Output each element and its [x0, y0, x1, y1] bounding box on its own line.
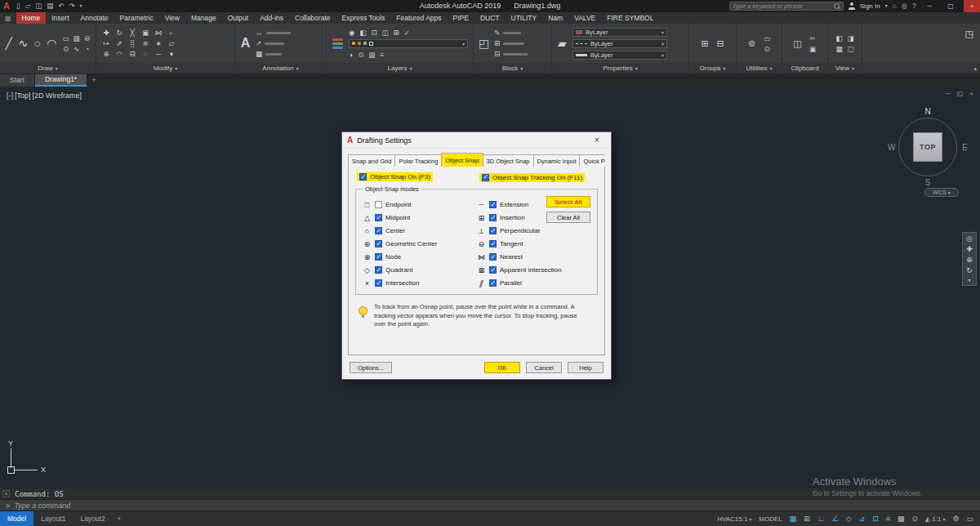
pan-icon[interactable]: ✚: [966, 246, 973, 253]
ribbon-tab-parametric[interactable]: Parametric: [114, 12, 159, 24]
zoom-icon[interactable]: ⊕: [966, 256, 973, 264]
join-tool[interactable]: ⊕: [103, 50, 109, 58]
options-button[interactable]: Options...: [350, 362, 392, 373]
linetype-dropdown[interactable]: ByLayer ▾: [572, 39, 667, 48]
snap-toggle-icon[interactable]: ⊞: [804, 515, 810, 523]
rectangle-tool[interactable]: ▭: [62, 34, 69, 42]
otrack-toggle-icon[interactable]: ⊿: [859, 515, 866, 523]
array-tool[interactable]: ⣿: [130, 39, 135, 47]
transparency-toggle-icon[interactable]: ▩: [898, 515, 905, 523]
match-properties-tool[interactable]: ▰: [555, 29, 569, 58]
region-tool[interactable]: ◔: [85, 45, 89, 53]
ribbon-tab-express-tools[interactable]: Express Tools: [336, 12, 390, 24]
explode-tool[interactable]: ∗: [155, 39, 161, 47]
paste-tool[interactable]: ◫: [791, 38, 804, 50]
viewport-visual-style-control[interactable]: [2D Wireframe]: [33, 91, 82, 100]
search-input[interactable]: Type a keyword or phrase: [729, 2, 844, 11]
table-tool[interactable]: ▦: [256, 50, 262, 58]
new-file-icon[interactable]: ▯: [16, 0, 20, 12]
switch-windows-icon[interactable]: ◳: [965, 29, 973, 39]
panel-label-block[interactable]: Block▾: [474, 63, 551, 74]
dialog-tab-polar-tracking[interactable]: Polar Tracking: [394, 154, 442, 167]
leader-tool[interactable]: ↗: [256, 39, 261, 47]
qat-dropdown-icon[interactable]: ▾: [80, 0, 82, 12]
viewcube-west[interactable]: W: [888, 143, 895, 152]
arc-tool[interactable]: ◠: [47, 29, 58, 58]
undo-icon[interactable]: ↶: [58, 0, 64, 12]
new-drawing-button[interactable]: +: [87, 74, 100, 87]
edit-block-tool[interactable]: ✎: [494, 29, 500, 37]
point-tool[interactable]: ⊙: [63, 45, 69, 53]
lengthen-tool[interactable]: ─: [156, 50, 161, 58]
nearest-checkbox[interactable]: [489, 253, 497, 261]
modify-more-icon[interactable]: ▾: [170, 50, 173, 58]
break-tool[interactable]: ⊟: [129, 50, 135, 58]
close-button[interactable]: ×: [964, 0, 980, 12]
copy-clip-tool[interactable]: ▣: [809, 45, 816, 53]
offset-tool[interactable]: ≋: [142, 39, 148, 47]
ribbon-tab-valve[interactable]: VALVE: [568, 12, 601, 24]
quadrant-checkbox[interactable]: [375, 266, 382, 274]
spline-tool[interactable]: ∿: [74, 45, 79, 53]
ribbon-tab-view[interactable]: View: [159, 12, 185, 24]
lineweight-dropdown[interactable]: ByLayer ▾: [572, 51, 667, 60]
insertion-checkbox[interactable]: [489, 214, 497, 221]
insert-block-tool[interactable]: ◰: [477, 29, 491, 58]
ribbon-tab-manage[interactable]: Manage: [185, 12, 222, 24]
file-tab-start[interactable]: Start: [0, 74, 35, 87]
make-current-icon[interactable]: ✓: [404, 29, 410, 37]
viewport-menu-control[interactable]: [-]: [7, 91, 13, 100]
text-tool[interactable]: A: [238, 29, 252, 58]
drawing-close-icon[interactable]: ×: [969, 90, 973, 97]
panel-label-draw[interactable]: Draw▾: [0, 63, 96, 74]
viewcube[interactable]: N W TOP E S: [887, 106, 969, 188]
customization-gear-icon[interactable]: ⚙: [952, 515, 959, 523]
circle-tool[interactable]: ○: [32, 29, 43, 58]
ribbon-tab-duct[interactable]: DUCT: [474, 12, 506, 24]
help-icon[interactable]: ?: [912, 0, 916, 12]
ribbon-tab-collaborate[interactable]: Collaborate: [289, 12, 336, 24]
ribbon-tab-home[interactable]: Home: [16, 12, 47, 24]
ribbon-tab-featured-apps[interactable]: Featured Apps: [390, 12, 447, 24]
app-store-icon[interactable]: ⌂: [893, 0, 897, 12]
selection-cycling-icon[interactable]: ⊙: [912, 515, 919, 523]
ribbon-tab-insert[interactable]: Insert: [46, 12, 74, 24]
sign-in-dropdown-icon[interactable]: ▾: [885, 0, 888, 12]
viewcube-north[interactable]: N: [924, 107, 930, 116]
clear-all-button[interactable]: Clear All: [546, 212, 590, 223]
blend-tool[interactable]: ◠: [116, 50, 122, 58]
extension-checkbox[interactable]: [489, 201, 497, 208]
layer-properties-tool[interactable]: [332, 38, 343, 49]
layer-dropdown-arrow-icon[interactable]: ▾: [462, 41, 465, 47]
panel-label-annotation[interactable]: Annotation▾: [235, 63, 326, 74]
search-icon[interactable]: [834, 3, 840, 10]
drawing-minimize-icon[interactable]: ─: [946, 90, 951, 97]
ellipse-tool[interactable]: ⊖: [84, 34, 90, 42]
trim-tool[interactable]: ╳: [130, 29, 134, 37]
line-tool[interactable]: ╱: [3, 29, 15, 58]
object-snap-on-checkbox[interactable]: [359, 173, 367, 181]
open-file-icon[interactable]: ▱: [25, 0, 31, 12]
panel-label-properties[interactable]: Properties▾: [552, 63, 688, 74]
layer-lock-icon[interactable]: ◧: [359, 29, 366, 37]
cut-tool[interactable]: ✂: [809, 34, 815, 42]
named-views-tool[interactable]: ◨: [847, 34, 853, 42]
panel-label-groups[interactable]: Groups▾: [689, 63, 736, 74]
ribbon-tab-annotate[interactable]: Annotate: [75, 12, 114, 24]
select-all-button[interactable]: Select All: [546, 196, 590, 207]
layout-tab-model[interactable]: Model: [0, 511, 33, 526]
layer-settings-icon[interactable]: ≡: [380, 51, 384, 59]
apparent-intersection-checkbox[interactable]: [489, 266, 497, 274]
node-checkbox[interactable]: [375, 253, 382, 261]
ok-button[interactable]: OK: [484, 362, 520, 373]
plot-icon[interactable]: ▤: [47, 0, 53, 12]
grid-toggle-icon[interactable]: ▦: [790, 515, 797, 523]
view-grid-tool[interactable]: ▦: [835, 45, 842, 53]
endpoint-checkbox[interactable]: [375, 201, 382, 208]
panel-label-layers[interactable]: Layers▾: [327, 63, 473, 74]
ui-elements-tool[interactable]: ▢: [847, 45, 853, 53]
fillet-tool[interactable]: ⌐: [170, 29, 174, 37]
id-point-tool[interactable]: ⊙: [764, 45, 769, 53]
viewport-view-control[interactable]: [Top]: [15, 91, 31, 100]
group-tool[interactable]: ⊞: [699, 38, 711, 50]
